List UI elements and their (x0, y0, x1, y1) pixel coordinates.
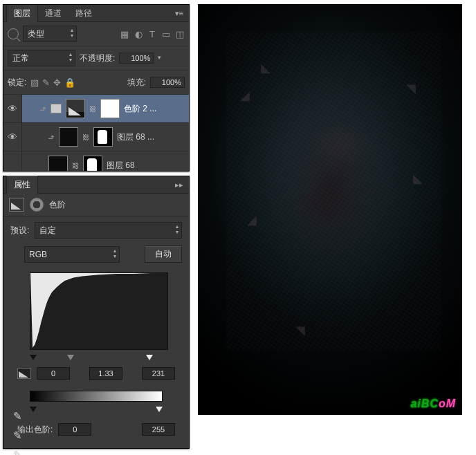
layer-thumb[interactable] (48, 156, 68, 171)
adjustment-title: 色阶 (49, 199, 66, 211)
slider-black[interactable] (30, 355, 37, 360)
lock-all-icon[interactable]: 🔒 (64, 77, 75, 88)
lock-transparent-icon[interactable]: ▧ (30, 77, 39, 88)
mask-icon[interactable] (30, 198, 44, 212)
layer-row[interactable]: 👁 ↳ ⛓ 色阶 2 ... (3, 95, 189, 123)
mask-thumb[interactable] (93, 127, 113, 147)
visibility-toggle[interactable]: 👁 (3, 95, 22, 122)
fill-label: 填充: (127, 77, 146, 89)
adjustment-header: 色阶 (3, 194, 189, 216)
output-gradient[interactable] (30, 391, 163, 402)
eyedropper-tools: ✎ ✎ ✎ (13, 410, 22, 455)
input-sliders[interactable] (10, 355, 182, 360)
filter-shape-icon[interactable]: ▭ (161, 29, 171, 39)
result-preview-image: ◢ ◣ ◥ ◢ ◣ ◥ aiBCoM (198, 4, 462, 415)
preset-value: 自定 (39, 225, 56, 235)
clip-icon: ↳ (47, 134, 56, 140)
layers-panel: 图层 通道 路径 ▾≡ 类型 ▴▾ ▦ ◐ T ▭ ◫ (3, 4, 190, 171)
lock-paint-icon[interactable]: ✎ (42, 77, 50, 88)
lock-position-icon[interactable]: ✥ (53, 77, 61, 88)
input-mid-field[interactable] (89, 367, 122, 380)
lock-label: 锁定: (8, 77, 26, 89)
mask-link-icon[interactable]: ⛓ (89, 105, 96, 113)
output-black-field[interactable] (58, 423, 91, 436)
preset-label: 预设: (10, 225, 29, 236)
tab-paths[interactable]: 路径 (68, 5, 99, 22)
tab-layers[interactable]: 图层 (6, 4, 38, 22)
slider-mid[interactable] (67, 355, 74, 360)
input-black-field[interactable] (37, 367, 70, 380)
input-white-field[interactable] (142, 367, 175, 380)
blend-mode-value: 正常 (12, 53, 29, 63)
layer-name: 图层 68 (107, 160, 135, 171)
preset-dropdown[interactable]: 自定 ▴▾ (35, 222, 182, 239)
filter-smart-icon[interactable]: ◫ (175, 29, 185, 39)
output-sliders[interactable] (10, 407, 182, 412)
filter-kind-label: 类型 (28, 29, 44, 39)
lock-fill-row: 锁定: ▧ ✎ ✥ 🔒 填充: 100% (3, 71, 189, 95)
tab-properties[interactable]: 属性 (6, 176, 38, 194)
properties-panel: 属性 ▸▸ 色阶 预设: 自定 ▴▾ RGB (3, 176, 190, 449)
filter-adjust-icon[interactable]: ◐ (134, 29, 143, 39)
fill-field[interactable]: 100% (150, 77, 185, 88)
output-label: 输出色阶: (17, 424, 53, 436)
layer-thumb[interactable] (59, 127, 78, 147)
levels-small-icon (17, 368, 31, 379)
layers-list: 👁 ↳ ⛓ 色阶 2 ... 👁 ↳ ⛓ (3, 95, 189, 171)
slider-out-white[interactable] (156, 407, 163, 412)
layer-name: 色阶 2 ... (124, 103, 156, 115)
mask-link-icon[interactable]: ⛓ (72, 162, 79, 169)
layer-name: 图层 68 ... (117, 131, 154, 143)
slider-white[interactable] (146, 355, 153, 360)
auto-button[interactable]: 自动 (145, 245, 182, 263)
visibility-toggle[interactable]: 👁 (3, 123, 22, 151)
eyedropper-white-icon[interactable]: ✎ (13, 449, 22, 455)
adjustment-icon (51, 104, 62, 113)
tab-channels[interactable]: 通道 (38, 5, 68, 22)
mask-thumb[interactable] (100, 99, 120, 118)
clip-icon: ↳ (39, 106, 48, 112)
layer-row[interactable]: ⛓ 图层 68 (3, 151, 189, 171)
levels-histogram[interactable] (30, 272, 168, 350)
eyedropper-black-icon[interactable]: ✎ (13, 410, 22, 423)
layer-filter-row: 类型 ▴▾ ▦ ◐ T ▭ ◫ (3, 22, 189, 46)
blend-mode-dropdown[interactable]: 正常 ▴▾ (8, 50, 75, 66)
visibility-toggle[interactable] (3, 151, 22, 171)
blend-opacity-row: 正常 ▴▾ 不透明度: 100% (3, 46, 189, 71)
input-levels-row (10, 367, 182, 380)
filter-kind-dropdown[interactable]: 类型 ▴▾ (23, 26, 77, 42)
layer-row[interactable]: 👁 ↳ ⛓ 图层 68 ... (3, 123, 189, 151)
channel-dropdown[interactable]: RGB ▴▾ (24, 246, 120, 263)
search-icon[interactable] (8, 28, 19, 39)
mask-thumb[interactable] (83, 156, 102, 171)
watermark: aiBCoM (410, 398, 456, 410)
histogram-svg (30, 273, 167, 349)
panel-menu-icon[interactable]: ▾≡ (172, 9, 186, 18)
mask-link-icon[interactable]: ⛓ (82, 133, 89, 141)
output-levels-row: 输出色阶: (10, 419, 182, 443)
filter-type-icon[interactable]: T (147, 29, 157, 39)
panel-tab-bar: 图层 通道 路径 ▾≡ (3, 5, 189, 22)
levels-icon (9, 198, 24, 212)
opacity-field[interactable]: 100% (119, 53, 154, 64)
slider-out-black[interactable] (30, 407, 37, 412)
eyedropper-gray-icon[interactable]: ✎ (13, 429, 22, 442)
layer-thumb[interactable] (66, 99, 85, 118)
output-white-field[interactable] (142, 423, 175, 436)
opacity-label: 不透明度: (80, 53, 115, 64)
panel-menu-icon[interactable]: ▸▸ (172, 180, 186, 189)
channel-value: RGB (29, 250, 47, 259)
properties-tab-bar: 属性 ▸▸ (3, 176, 189, 194)
filter-pixel-icon[interactable]: ▦ (120, 29, 129, 39)
